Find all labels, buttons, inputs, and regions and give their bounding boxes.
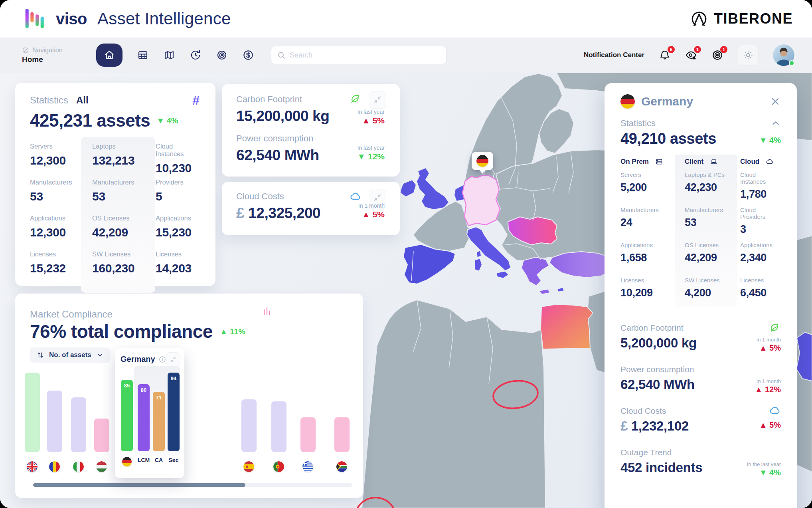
chart-scrollbar-thumb[interactable] xyxy=(33,483,245,487)
popup-bar-LCM[interactable]: 80 xyxy=(138,384,150,451)
chevron-down-icon xyxy=(96,351,104,359)
sort-dropdown[interactable]: No. of assets xyxy=(30,347,111,363)
map-icon xyxy=(163,49,175,61)
compliance-bar-pt[interactable] xyxy=(271,401,286,452)
nav-label: Navigation xyxy=(32,47,63,54)
collapse-icon xyxy=(373,193,382,202)
cloud-costs-card: Cloud Costs £ 12,325,200 In 1 month ▲ 5% xyxy=(222,182,400,235)
carbon-period: In last year xyxy=(358,109,385,115)
compliance-title: Market Compliance xyxy=(30,309,113,320)
country-flag-za xyxy=(336,461,347,472)
compliance-bar-za[interactable] xyxy=(334,417,350,452)
panel-metric-carbon-footprint: Carbon Footprint5,200,000 kgIn 1 month▲ … xyxy=(620,323,781,357)
popup-legend-CA: CA xyxy=(152,457,166,463)
power-title: Power consumption xyxy=(236,133,385,144)
compass-icon xyxy=(22,47,29,54)
nav-item-finance[interactable] xyxy=(242,49,254,61)
search-icon xyxy=(277,51,286,60)
compliance-bar-it[interactable] xyxy=(71,397,86,452)
metric-delta-block: ▲ 5% xyxy=(759,420,781,430)
leaf-icon xyxy=(769,321,781,333)
map-marker-germany[interactable] xyxy=(472,152,493,170)
assets-delta: ▼ 4% xyxy=(156,116,178,125)
stat-cell: Cloud Instances1,780 xyxy=(740,171,781,206)
germany-detail-popup: Germany 8580LCM71CA94Sec xyxy=(115,348,184,478)
panel-statistics-grid: Servers5,200Laptops & PCs42,230Cloud Ins… xyxy=(620,171,781,312)
user-avatar[interactable] xyxy=(773,44,794,66)
germany-panel: Germany Statistics 49,210 assets ▼ 4% On… xyxy=(605,83,797,508)
panel-assets-value: 49,210 assets xyxy=(620,130,716,147)
compliance-bar-hu[interactable] xyxy=(94,419,109,452)
popup-legend-LCM: LCM xyxy=(136,457,151,463)
target-badge: 1 xyxy=(720,46,727,53)
online-status-dot xyxy=(789,60,794,66)
hash-icon[interactable]: # xyxy=(192,93,200,108)
scope-filter-all[interactable]: All xyxy=(76,95,89,106)
laptop-icon xyxy=(710,158,718,166)
dollar-icon xyxy=(242,49,254,61)
stat-cell: SW Licenses4,200 xyxy=(678,277,740,312)
popup-bar-CA[interactable]: 71 xyxy=(153,392,165,451)
product-title: Asset Intelligence xyxy=(97,9,231,28)
compliance-bar-gb[interactable] xyxy=(25,373,40,452)
popup-legend-flag xyxy=(120,457,134,468)
carbon-title: Carbon Footprint xyxy=(236,94,385,105)
close-icon xyxy=(770,96,781,107)
popup-bar-Sec[interactable]: 94 xyxy=(168,373,180,451)
popup-collapse-button[interactable] xyxy=(166,352,180,367)
popup-bar-overall[interactable]: 85 xyxy=(121,380,133,451)
stat-cell: Licenses10,209 xyxy=(620,277,678,312)
alerts-badge: 5 xyxy=(668,46,675,53)
stat-cell: Manufacturers53 xyxy=(86,179,156,214)
nav-item-inventory[interactable] xyxy=(137,49,149,61)
stat-cell: Licenses15,232 xyxy=(30,250,86,286)
search-input[interactable] xyxy=(290,51,441,60)
stat-cell: Licenses14,203 xyxy=(156,250,201,286)
collapse-button[interactable] xyxy=(369,91,386,109)
home-icon xyxy=(103,49,115,61)
market-compliance-card: Market Compliance 76% total compliance ▲… xyxy=(15,294,363,498)
app-header: viso Asset Intelligence TIBERONE xyxy=(0,0,812,38)
settings-button[interactable] xyxy=(738,45,759,65)
stat-cell: Laptops & PCs42,230 xyxy=(678,171,740,206)
targets-alert-button[interactable]: 1 xyxy=(711,49,723,61)
brand-name: viso xyxy=(56,10,87,28)
leaf-icon xyxy=(350,93,362,105)
power-delta: ▼ 12% xyxy=(357,152,385,161)
panel-column-cloud: Cloud xyxy=(740,158,781,166)
germany-flag-icon xyxy=(620,94,635,109)
alerts-bell-button[interactable]: 5 xyxy=(659,49,671,61)
country-flag-es xyxy=(243,461,254,472)
target-icon xyxy=(216,49,228,61)
panel-metrics: Carbon Footprint5,200,000 kgIn 1 month▲ … xyxy=(620,323,781,481)
grid-icon xyxy=(137,49,149,61)
cloudNavy-icon xyxy=(766,158,774,166)
nav-item-home[interactable] xyxy=(96,44,122,67)
search-box[interactable] xyxy=(271,46,447,64)
nav-item-targets[interactable] xyxy=(216,49,228,61)
stat-cell: Cloud Providers3 xyxy=(740,206,781,242)
dashboard-main: Statistics All # 425,231 assets ▼ 4% Ser… xyxy=(0,73,812,508)
collapse-section-button[interactable] xyxy=(771,118,781,129)
nav-item-map[interactable] xyxy=(163,49,175,61)
stat-cell: SW Licenses160,230 xyxy=(86,250,156,286)
sort-label: No. of assets xyxy=(49,351,91,359)
compliance-bar-es[interactable] xyxy=(241,399,257,452)
stat-cell: Applications2,340 xyxy=(740,242,781,277)
navbar: Navigation Home Notification Center 5 1 xyxy=(0,38,812,73)
metric-delta-block: In the last year▼ 4% xyxy=(747,461,781,477)
compliance-bar-gr[interactable] xyxy=(300,417,316,452)
watch-badge: 1 xyxy=(694,46,701,53)
metric-delta-block: In 1 month▲ 5% xyxy=(757,337,781,353)
statistics-grid: Servers12,300Laptops132,213Cloud Instanc… xyxy=(30,143,201,286)
tiberone-logo-icon xyxy=(690,10,708,28)
close-panel-button[interactable] xyxy=(770,96,781,107)
cloud-delta-block: In 1 month ▲ 5% xyxy=(358,202,385,219)
country-flag-ro xyxy=(49,461,60,472)
stat-cell: Manufacturers53 xyxy=(678,206,740,242)
watchlist-button[interactable]: 1 xyxy=(685,49,697,61)
nav-item-history[interactable] xyxy=(190,49,202,61)
compliance-chart xyxy=(15,363,363,495)
info-icon[interactable] xyxy=(158,355,166,363)
compliance-bar-ro[interactable] xyxy=(47,391,62,452)
